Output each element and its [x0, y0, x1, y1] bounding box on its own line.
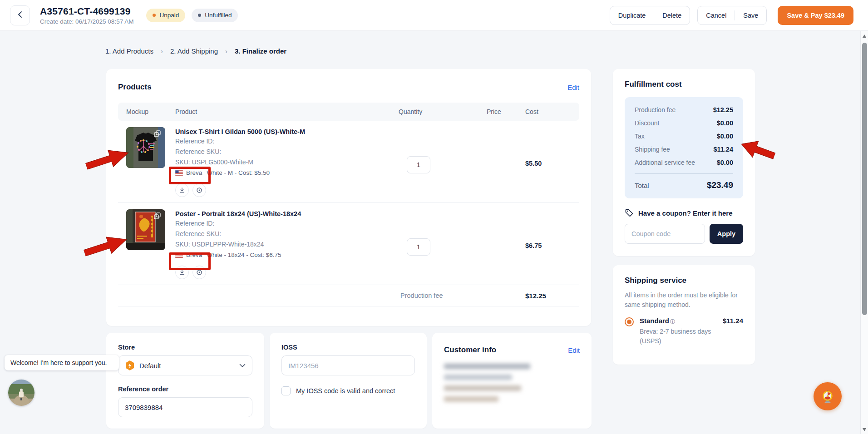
coupon-title: Have a coupon? Enter it here [638, 209, 733, 217]
products-table-header: Mockup Product Quantity Price Cost [118, 103, 579, 121]
download-print-file-button[interactable] [175, 266, 189, 279]
apply-coupon-button[interactable]: Apply [710, 224, 743, 244]
chevron-right-icon: › [225, 47, 227, 55]
payment-status-label: Unpaid [159, 12, 179, 19]
poster-mockup-image[interactable] [126, 209, 165, 250]
cost-summary-box: Production fee $12.25 Discount $0.00 Tax… [625, 97, 743, 198]
production-fee-label: Production fee [390, 292, 478, 299]
summary-row: Tax $0.00 [635, 133, 733, 140]
store-selected-value: Default [139, 362, 161, 370]
save-button[interactable]: Save [735, 6, 766, 25]
support-agent-avatar[interactable] [8, 380, 35, 406]
products-edit-link[interactable]: Edit [567, 84, 579, 91]
save-and-pay-button[interactable]: Save & Pay $23.49 [778, 6, 853, 25]
step-add-products[interactable]: 1. Add Products [105, 47, 153, 55]
ioss-input[interactable] [281, 355, 415, 375]
summary-value: $11.24 [713, 146, 733, 153]
step-finalize-order: 3. Finalize order [235, 47, 286, 55]
status-badges: Unpaid Unfulfilled [146, 9, 238, 22]
products-title: Products [118, 83, 152, 92]
shipping-note: All items in the order must be eligible … [625, 291, 739, 310]
fulfillment-status-badge: Unfulfilled [192, 9, 238, 22]
coupon-code-input[interactable] [625, 224, 705, 244]
back-button[interactable] [10, 5, 30, 25]
summary-row-shipping-fee: Shipping fee $11.24 [635, 146, 733, 153]
preview-design-button[interactable] [192, 183, 206, 197]
target-icon [196, 269, 202, 276]
cancel-button[interactable]: Cancel [698, 6, 735, 25]
step-add-shipping[interactable]: 2. Add Shipping [170, 47, 218, 55]
chevron-right-icon: › [161, 47, 163, 55]
scrollbar-thumb[interactable] [862, 43, 867, 315]
summary-label: Additional service fee [635, 159, 695, 166]
redacted-customer-details [444, 363, 534, 404]
quantity-input[interactable] [407, 238, 430, 256]
unpaid-dot-icon [153, 14, 156, 17]
summary-label: Shipping fee [635, 146, 670, 153]
summary-value: $0.00 [717, 159, 733, 166]
table-row: Poster - Portrait 18x24 (US)-White-18x24… [118, 203, 579, 285]
product-sku: SKU: USDPLPPR-White-18x24 [175, 239, 390, 250]
preview-design-button[interactable] [192, 266, 206, 279]
shipping-title: Shipping service [625, 276, 743, 285]
store-label: Store [118, 344, 252, 351]
provider-name: Breva [186, 250, 202, 260]
table-row: Unisex T-Shirt I Gildan 5000 (US)-White-… [118, 121, 579, 203]
store-select[interactable]: Default [118, 355, 252, 375]
ioss-checkbox-label: My IOSS code is valid and correct [296, 387, 395, 395]
col-price: Price [478, 108, 517, 115]
fulfillment-title: Fulfillment cost [625, 80, 743, 89]
summary-row: Additional service fee $0.00 [635, 159, 733, 166]
cancel-save-group: Cancel Save [697, 6, 767, 25]
customer-edit-link[interactable]: Edit [568, 346, 580, 354]
reference-sku: Reference SKU: [175, 229, 390, 239]
order-title-block: A35761-CT-4699139 Create date: 06/17/202… [40, 6, 133, 25]
topbar: A35761-CT-4699139 Create date: 06/17/202… [0, 0, 868, 31]
summary-label: Discount [635, 119, 659, 127]
breadcrumb: 1. Add Products › 2. Add Shipping › 3. F… [105, 47, 286, 55]
col-quantity: Quantity [390, 108, 478, 115]
order-create-date: Create date: 06/17/2025 08:57 AM [40, 18, 133, 25]
us-flag-icon [175, 170, 183, 176]
col-mockup: Mockup [118, 108, 167, 115]
provider-name: Breva [186, 168, 202, 178]
store-panel: Store Default Reference order [106, 333, 264, 429]
download-icon [179, 187, 185, 193]
checkbox-unchecked-icon[interactable] [281, 386, 291, 395]
ioss-valid-check-row[interactable]: My IOSS code is valid and correct [281, 386, 415, 395]
prize-wheel-button[interactable] [814, 382, 842, 410]
download-icon [179, 269, 185, 276]
duplicate-delete-group: Duplicate Delete [610, 6, 690, 25]
chat-message: Welcome! I'm here to support you. [10, 359, 107, 366]
tag-icon [625, 208, 634, 217]
shipping-option-standard[interactable]: Standard ⓘ $11.24 Breva: 2-7 business da… [625, 317, 743, 346]
scroll-up-arrow-icon[interactable] [863, 35, 866, 38]
page-title: A35761-CT-4699139 [40, 6, 133, 17]
download-print-file-button[interactable] [175, 183, 189, 197]
product-name: Poster - Portrait 18x24 (US)-White-18x24 [175, 209, 390, 218]
duplicate-button[interactable]: Duplicate [610, 6, 654, 25]
summary-value: $0.00 [717, 119, 733, 127]
avatar-person [19, 389, 24, 399]
customer-info-title: Customer info [444, 345, 496, 355]
production-fee-value: $12.25 [517, 292, 579, 300]
scroll-down-arrow-icon[interactable] [863, 428, 866, 431]
chat-welcome-bubble: Welcome! I'm here to support you. [5, 355, 119, 370]
reference-sku: Reference SKU: [175, 147, 390, 157]
info-icon[interactable]: ⓘ [670, 318, 675, 325]
radio-selected-icon[interactable] [625, 317, 634, 326]
prize-wheel-icon [820, 389, 835, 404]
target-icon [196, 187, 202, 193]
total-label: Total [635, 182, 649, 189]
tshirt-mockup-image[interactable] [126, 127, 165, 168]
variant-text: White - M - Cost: $5.50 [207, 168, 270, 178]
delete-button[interactable]: Delete [654, 6, 690, 25]
quantity-input[interactable] [407, 156, 430, 173]
header-actions: Duplicate Delete Cancel Save Save & Pay … [610, 6, 853, 25]
vertical-scrollbar[interactable] [860, 31, 868, 434]
reference-order-input[interactable] [118, 397, 252, 417]
total-value: $23.49 [707, 180, 733, 190]
ioss-label: IOSS [281, 344, 415, 351]
us-flag-icon [175, 252, 183, 258]
shipping-method-price: $11.24 [723, 317, 743, 325]
